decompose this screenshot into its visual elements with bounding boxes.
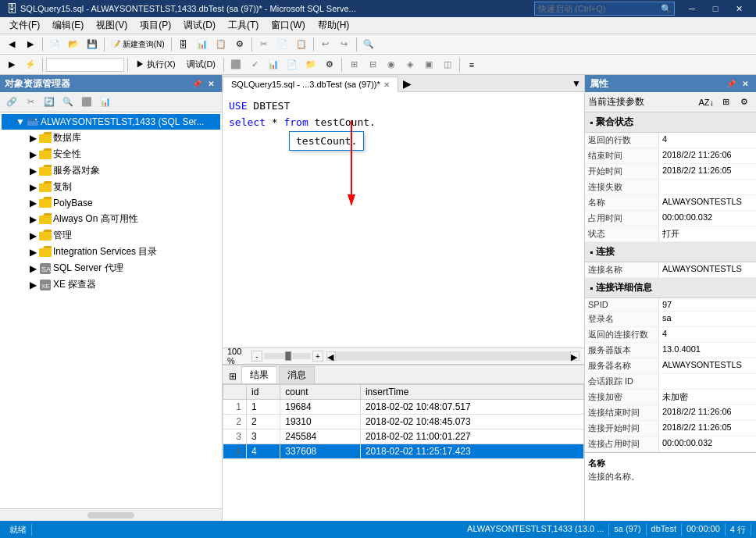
- prop-gear-button[interactable]: ⚙: [736, 94, 753, 111]
- zoom-slider-thumb[interactable]: [285, 351, 291, 361]
- editor-tab-active[interactable]: SQLQuery15.sql - ...3.dbTest (sa (97))* …: [223, 77, 398, 92]
- prop-connection-header[interactable]: ▪ 连接: [585, 242, 756, 262]
- maximize-button[interactable]: □: [704, 2, 726, 16]
- prop-sort-button[interactable]: AZ↓: [697, 94, 715, 111]
- oe-pin-button[interactable]: 📌: [191, 77, 203, 90]
- zoom-increase[interactable]: +: [312, 351, 323, 362]
- results-tab-messages[interactable]: 消息: [279, 366, 315, 383]
- query-options-button[interactable]: ⚙: [321, 56, 338, 73]
- table-row[interactable]: 1 1 19684 2018-02-02 10:48:07.517: [223, 400, 584, 415]
- integration-icon: [39, 246, 52, 258]
- oe-connect-button[interactable]: 🔗: [3, 94, 20, 111]
- stop-button[interactable]: ⬛: [227, 56, 244, 73]
- tree-replication[interactable]: ▶ 复制: [2, 179, 220, 195]
- new-query-button[interactable]: 📝 新建查询(N): [108, 36, 168, 53]
- toolbar2-icon1[interactable]: ▶: [3, 56, 20, 73]
- toolbar2-extra1[interactable]: ⊞: [345, 56, 362, 73]
- editor-tab-close[interactable]: ✕: [383, 80, 390, 89]
- results-content: id count insertTime 1 1 19684 2018-02-02…: [223, 384, 584, 521]
- display-text-button[interactable]: 📄: [284, 56, 301, 73]
- back-button[interactable]: ◀: [3, 36, 20, 53]
- toolbar2-extra3[interactable]: ◉: [383, 56, 400, 73]
- toolbar-icon3[interactable]: 📋: [212, 36, 230, 53]
- zoom-decrease[interactable]: -: [251, 351, 262, 362]
- menu-tools[interactable]: 工具(T): [222, 17, 265, 34]
- menu-project[interactable]: 项目(P): [134, 17, 177, 34]
- sql-editor[interactable]: USE DBTEST select * from testCount. test…: [223, 92, 584, 347]
- tree-polybase[interactable]: ▶ PolyBase: [2, 195, 220, 211]
- tree-xe[interactable]: ▶ XE XE 探查器: [2, 276, 220, 293]
- prop-pin-button[interactable]: 📌: [725, 77, 737, 90]
- table-row[interactable]: 3 3 245584 2018-02-02 11:00:01.227: [223, 429, 584, 444]
- debug-button[interactable]: 调试(D): [182, 56, 220, 73]
- results-grid-icon[interactable]: ⊞: [226, 369, 240, 383]
- quick-search-input[interactable]: [534, 2, 675, 16]
- close-button[interactable]: ✕: [728, 2, 750, 16]
- toolbar2-extra2[interactable]: ⊟: [364, 56, 381, 73]
- prop-row: 开始时间 2018/2/2 11:26:05: [585, 164, 756, 180]
- toolbar-icon1[interactable]: 🗄: [175, 36, 192, 53]
- prop-connection-detail-header[interactable]: ▪ 连接详细信息: [585, 278, 756, 298]
- menu-view[interactable]: 视图(V): [90, 17, 134, 34]
- tree-server-objects[interactable]: ▶ 服务器对象: [2, 162, 220, 179]
- parse-button[interactable]: ✓: [246, 56, 263, 73]
- tree-sqlagent[interactable]: ▶ SA SQL Server 代理: [2, 260, 220, 276]
- oe-close-button[interactable]: ✕: [205, 77, 217, 90]
- polybase-icon: [39, 197, 52, 209]
- toolbar2-end[interactable]: ≡: [463, 56, 480, 73]
- tree-integration[interactable]: ▶ Integration Services 目录: [2, 244, 220, 260]
- menu-help[interactable]: 帮助(H): [312, 17, 356, 34]
- paste-button[interactable]: 📋: [293, 36, 310, 53]
- tab-scroll-right[interactable]: ▶: [400, 76, 415, 91]
- undo-button[interactable]: ↩: [317, 36, 334, 53]
- redo-button[interactable]: ↪: [336, 36, 353, 53]
- editor-scroll-left[interactable]: ◀: [326, 351, 336, 361]
- results-tab-grid[interactable]: 结果: [241, 366, 277, 383]
- new-query-icon[interactable]: 📄: [46, 36, 63, 53]
- toolbar2-extra4[interactable]: ◈: [401, 56, 419, 73]
- tree-databases[interactable]: ▶ 数据库: [2, 130, 220, 146]
- display-file-button[interactable]: 📁: [302, 56, 319, 73]
- status-ready: 就绪: [5, 524, 32, 536]
- prop-row-name: 连接加密: [585, 390, 659, 404]
- search-button[interactable]: 🔍: [360, 36, 377, 53]
- toolbar2-extra5[interactable]: ▣: [420, 56, 437, 73]
- tab-options[interactable]: ▼: [569, 76, 584, 91]
- prop-row-value: 打开: [659, 226, 756, 241]
- tree-security[interactable]: ▶ 安全性: [2, 146, 220, 162]
- toolbar2-extra6[interactable]: ◫: [439, 56, 456, 73]
- prop-close-button[interactable]: ✕: [739, 77, 751, 90]
- table-row[interactable]: 2 2 19310 2018-02-02 10:48:45.073: [223, 415, 584, 429]
- save-icon[interactable]: 💾: [84, 36, 101, 53]
- database-selector[interactable]: dbTest: [46, 58, 124, 72]
- open-icon[interactable]: 📂: [65, 36, 82, 53]
- display-results-button[interactable]: 📊: [265, 56, 282, 73]
- toolbar-icon4[interactable]: ⚙: [231, 36, 248, 53]
- cut-button[interactable]: ✂: [255, 36, 273, 53]
- editor-scrollbar-h[interactable]: [336, 351, 570, 361]
- menu-window[interactable]: 窗口(W): [265, 17, 311, 34]
- toolbar-icon2[interactable]: 📊: [194, 36, 211, 53]
- zoom-slider[interactable]: [264, 353, 311, 359]
- tree-alwayson[interactable]: ▶ Always On 高可用性: [2, 211, 220, 227]
- copy-button[interactable]: 📄: [274, 36, 291, 53]
- prop-category-button[interactable]: ⊞: [717, 94, 734, 111]
- prop-aggregate-header[interactable]: ▪ 聚合状态: [585, 112, 756, 133]
- prop-connection-detail-label: 连接详细信息: [596, 281, 652, 294]
- table-row[interactable]: 4 4 337608 2018-02-02 11:25:17.423: [223, 444, 584, 459]
- execute-button[interactable]: ▶ 执行(X): [131, 56, 180, 73]
- oe-refresh-button[interactable]: 🔄: [41, 94, 58, 111]
- tree-server-node[interactable]: ▼ ALWAYSONTESTLST,1433 (SQL Ser...: [2, 114, 220, 130]
- oe-stop-button[interactable]: ⬛: [78, 94, 95, 111]
- oe-filter-button[interactable]: 🔍: [59, 94, 77, 111]
- forward-button[interactable]: ▶: [22, 36, 39, 53]
- oe-disconnect-button[interactable]: ✂: [22, 94, 39, 111]
- menu-file[interactable]: 文件(F): [3, 17, 46, 34]
- oe-summary-button[interactable]: 📊: [97, 94, 114, 111]
- toolbar2-icon2[interactable]: ⚡: [22, 56, 39, 73]
- minimize-button[interactable]: ─: [681, 2, 703, 16]
- tree-management[interactable]: ▶ 管理: [2, 227, 220, 244]
- menu-edit[interactable]: 编辑(E): [46, 17, 90, 34]
- menu-debug[interactable]: 调试(D): [177, 17, 222, 34]
- editor-scroll-right-btn[interactable]: ▶: [570, 351, 579, 361]
